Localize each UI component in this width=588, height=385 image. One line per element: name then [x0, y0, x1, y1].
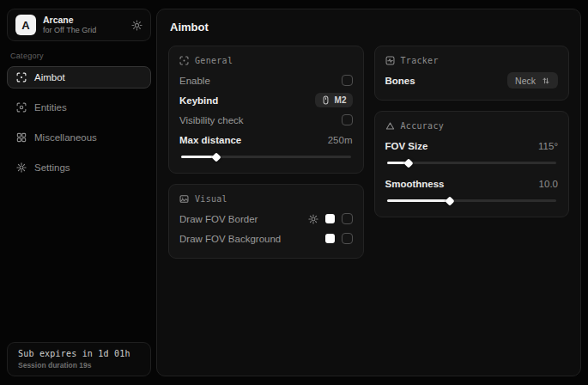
- keybind-value: M2: [335, 95, 347, 105]
- draw-fov-background-controls: [325, 233, 353, 244]
- keybind-button[interactable]: M2: [315, 93, 353, 107]
- enable-checkbox[interactable]: [342, 75, 353, 86]
- card-title: Visual: [195, 194, 227, 204]
- subscription-expiry: Sub expires in 1d 01h: [18, 349, 140, 358]
- accuracy-card-header: Accuracy: [385, 121, 559, 131]
- category-label: Category: [10, 52, 149, 60]
- keybind-row: Keybind M2: [179, 90, 353, 110]
- angle-icon: [385, 121, 395, 131]
- sidebar-item-entities[interactable]: Entities: [7, 96, 151, 119]
- tracker-card-header: Tracker: [385, 56, 559, 65]
- card-title: Accuracy: [401, 121, 445, 131]
- max-distance-label: Max distance: [179, 135, 241, 145]
- sidebar: A Arcane for Off The Grid Category: [7, 9, 151, 376]
- slider-thumb[interactable]: [404, 158, 414, 168]
- max-distance-row: Max distance 250m: [179, 130, 353, 150]
- left-column: General Enable Keybind: [168, 46, 364, 259]
- draw-fov-background-label: Draw FOV Background: [179, 234, 281, 244]
- visibility-check-checkbox[interactable]: [342, 114, 353, 125]
- subscription-card: Sub expires in 1d 01h Session duration 1…: [7, 342, 151, 376]
- visibility-check-label: Visibility check: [179, 115, 244, 125]
- smoothness-row: Smoothness 10.0: [385, 174, 559, 193]
- enable-label: Enable: [179, 76, 210, 86]
- sidebar-item-label: Aimbot: [34, 72, 65, 82]
- slider-fill: [387, 199, 450, 202]
- slider-fill: [387, 162, 409, 164]
- settings-gear-icon[interactable]: [131, 20, 142, 31]
- bones-row: Bones Neck: [385, 70, 559, 90]
- draw-fov-border-label: Draw FOV Border: [179, 214, 258, 224]
- page-title: Aimbot: [170, 21, 569, 34]
- bones-selected-value: Neck: [515, 76, 536, 86]
- sidebar-nav: Aimbot Entities: [7, 66, 151, 182]
- up-down-arrows-icon: [542, 76, 550, 85]
- visual-card-header: Visual: [179, 194, 353, 204]
- tracker-card: Tracker Bones Neck: [374, 46, 570, 101]
- sidebar-item-miscellaneous[interactable]: Miscellaneous: [7, 126, 151, 149]
- pulse-icon: [385, 56, 395, 65]
- visual-card: Visual Draw FOV Border: [168, 184, 364, 259]
- general-card: General Enable Keybind: [168, 46, 364, 174]
- keybind-label: Keybind: [179, 95, 218, 106]
- sidebar-item-label: Entities: [34, 102, 67, 113]
- entities-icon: [16, 102, 27, 113]
- enable-row: Enable: [179, 70, 353, 90]
- sidebar-item-aimbot[interactable]: Aimbot: [7, 66, 151, 89]
- crosshair-icon: [16, 72, 27, 82]
- mouse-icon: [321, 95, 330, 105]
- smoothness-value: 10.0: [539, 179, 558, 189]
- fov-background-checkbox[interactable]: [342, 233, 353, 244]
- app-name: Arcane: [43, 15, 124, 26]
- gear-icon: [16, 162, 27, 173]
- bones-label: Bones: [385, 76, 415, 86]
- accuracy-card: Accuracy FOV Size 115° Smoothness: [374, 111, 570, 217]
- app-subtitle: for Off The Grid: [43, 26, 124, 35]
- right-column: Tracker Bones Neck: [374, 46, 570, 217]
- image-icon: [179, 194, 189, 204]
- smoothness-label: Smoothness: [385, 179, 445, 189]
- sidebar-item-label: Miscellaneous: [34, 132, 97, 143]
- smoothness-slider[interactable]: [387, 199, 557, 202]
- card-title: General: [195, 56, 233, 65]
- brand-card: A Arcane for Off The Grid: [7, 9, 151, 41]
- crosshair-icon: [179, 56, 189, 65]
- bones-select[interactable]: Neck: [507, 72, 558, 89]
- app-logo: A: [15, 15, 36, 35]
- max-distance-value: 250m: [328, 135, 353, 145]
- session-duration: Session duration 19s: [18, 361, 140, 370]
- max-distance-slider[interactable]: [181, 156, 351, 158]
- fov-border-checkbox[interactable]: [342, 213, 353, 224]
- slider-thumb[interactable]: [212, 152, 221, 162]
- fov-size-slider[interactable]: [387, 162, 557, 164]
- slider-fill: [181, 156, 216, 158]
- draw-fov-border-row: Draw FOV Border: [179, 209, 353, 229]
- card-columns: General Enable Keybind: [168, 46, 569, 259]
- sidebar-item-label: Settings: [34, 162, 70, 173]
- draw-fov-border-controls: [308, 213, 353, 224]
- fov-border-settings-icon[interactable]: [308, 214, 318, 224]
- general-card-header: General: [179, 56, 353, 65]
- card-title: Tracker: [401, 56, 439, 65]
- fov-size-label: FOV Size: [385, 141, 428, 151]
- fov-size-row: FOV Size 115°: [385, 136, 559, 156]
- fov-background-color-swatch[interactable]: [325, 234, 335, 243]
- brand-text: Arcane for Off The Grid: [43, 15, 124, 35]
- visibility-check-row: Visibility check: [179, 110, 353, 130]
- app-window: A Arcane for Off The Grid Category: [0, 0, 588, 385]
- fov-border-color-swatch[interactable]: [325, 214, 335, 223]
- main-panel: Aimbot General: [156, 9, 581, 376]
- fov-size-value: 115°: [538, 141, 558, 151]
- draw-fov-background-row: Draw FOV Background: [179, 229, 353, 248]
- sidebar-item-settings[interactable]: Settings: [7, 156, 151, 179]
- slider-thumb[interactable]: [445, 196, 454, 205]
- grid-icon: [16, 132, 27, 143]
